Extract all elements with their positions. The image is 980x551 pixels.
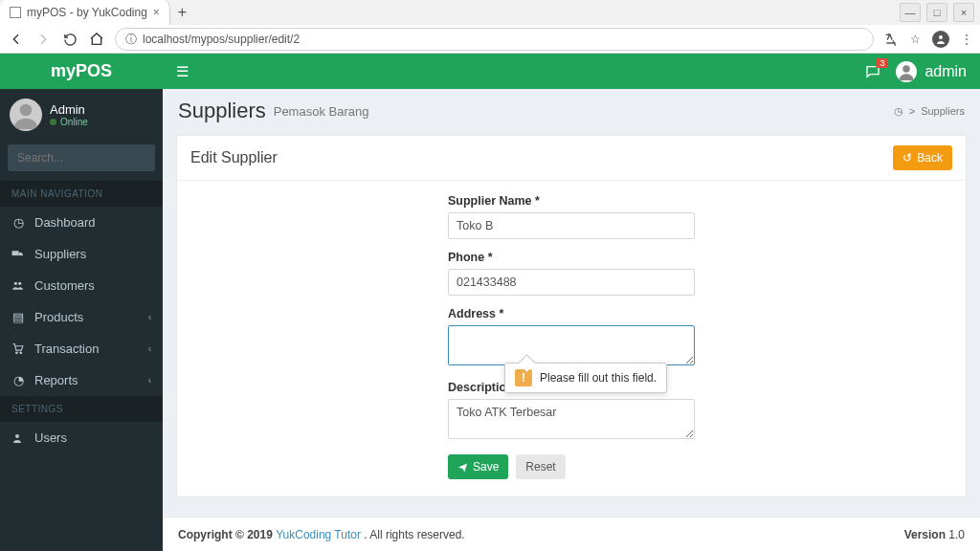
sidebar-item-users[interactable]: Users	[0, 422, 163, 453]
browser-chrome: myPOS - by YukCoding × + — □ × ⓘ	[0, 0, 980, 54]
paper-plane-icon	[457, 462, 468, 473]
user-status-label: Online	[50, 117, 88, 127]
browser-toolbar: ⓘ ☆ ⋮	[0, 25, 980, 54]
footer-copy-prefix: Copyright © 2019	[178, 528, 276, 541]
cart-icon	[11, 342, 25, 355]
topbar-user-label: admin	[924, 63, 967, 80]
description-input[interactable]: Toko ATK Terbesar	[448, 399, 695, 439]
archive-icon: ▤	[11, 310, 25, 324]
footer-link[interactable]: YukCoding Tutor	[276, 528, 361, 541]
supplier-name-input[interactable]	[448, 212, 695, 239]
save-button[interactable]: Save	[448, 454, 508, 479]
svg-point-11	[903, 65, 911, 73]
phone-input[interactable]	[448, 269, 695, 296]
svg-point-4	[13, 255, 15, 257]
minimize-button[interactable]: —	[900, 3, 921, 22]
hamburger-icon[interactable]: ☰	[176, 63, 189, 80]
close-tab-icon[interactable]: ×	[153, 6, 160, 19]
reload-icon[interactable]	[61, 31, 78, 48]
page-icon	[10, 7, 21, 18]
address-label: Address *	[448, 307, 695, 320]
url-input[interactable]	[143, 33, 863, 46]
window-controls: — □ ×	[900, 3, 980, 22]
phone-label: Phone *	[448, 251, 695, 264]
footer-version-value: 1.0	[946, 528, 965, 541]
new-tab-button[interactable]: +	[170, 4, 194, 21]
sidebar-item-label: Dashboard	[34, 215, 96, 230]
undo-icon: ↺	[902, 151, 912, 165]
footer-version-label: Version	[904, 528, 946, 541]
browser-tab-strip: myPOS - by YukCoding × + — □ ×	[0, 0, 980, 25]
profile-icon[interactable]	[932, 31, 949, 48]
address-input[interactable]	[448, 325, 695, 365]
sidebar-item-label: Customers	[34, 278, 95, 293]
breadcrumb-sep: >	[909, 105, 915, 117]
svg-point-0	[939, 35, 943, 39]
sidebar-item-customers[interactable]: Customers	[0, 270, 163, 301]
kebab-menu-icon[interactable]: ⋮	[961, 33, 972, 46]
sidebar-item-reports[interactable]: ◔ Reports ‹	[0, 364, 163, 396]
reset-button[interactable]: Reset	[516, 454, 565, 479]
validation-message: Please fill out this field.	[540, 371, 657, 385]
home-icon[interactable]	[88, 31, 105, 48]
info-icon[interactable]: ⓘ	[125, 32, 137, 48]
back-icon[interactable]	[8, 31, 25, 48]
svg-point-5	[20, 255, 22, 257]
warning-icon: !	[515, 369, 532, 386]
chevron-left-icon: ‹	[148, 343, 151, 354]
avatar	[896, 61, 917, 82]
maximize-button[interactable]: □	[926, 3, 947, 22]
nav-section-settings: SETTINGS	[0, 396, 163, 422]
back-button[interactable]: ↺ Back	[893, 145, 952, 170]
page-title: Suppliers	[178, 99, 266, 123]
sidebar-user-panel: Admin Online	[0, 89, 163, 141]
svg-point-7	[18, 282, 21, 285]
browser-tab-title: myPOS - by YukCoding	[27, 6, 147, 19]
topbar: ☰ 3 admin	[163, 54, 980, 89]
messages-icon[interactable]: 3	[865, 64, 880, 79]
forward-icon[interactable]	[34, 31, 52, 48]
svg-point-6	[14, 282, 17, 285]
sidebar-search-input[interactable]	[8, 144, 170, 171]
avatar[interactable]	[10, 99, 42, 131]
sidebar-item-label: Transaction	[34, 342, 99, 356]
sidebar-search[interactable]	[8, 144, 155, 171]
users-icon	[11, 279, 25, 292]
app: myPOS Admin Online MAIN NAVIGATION ◷ Das…	[0, 54, 980, 551]
footer-copy-suffix: . All rights reserved.	[364, 528, 464, 541]
pie-chart-icon: ◔	[11, 373, 25, 387]
page-subtitle: Pemasok Barang	[274, 104, 369, 119]
close-window-button[interactable]: ×	[953, 3, 974, 22]
chevron-left-icon: ‹	[148, 375, 151, 386]
sidebar-item-products[interactable]: ▤ Products ‹	[0, 301, 163, 333]
translate-icon[interactable]	[883, 32, 899, 47]
sidebar-item-suppliers[interactable]: Suppliers	[0, 238, 163, 270]
user-name-label: Admin	[50, 102, 88, 117]
bookmark-star-icon[interactable]: ☆	[910, 33, 921, 46]
topbar-user[interactable]: admin	[896, 61, 967, 82]
breadcrumb: ◷ > Suppliers	[894, 105, 965, 118]
address-bar[interactable]: ⓘ	[115, 28, 874, 51]
box-title: Edit Supplier	[190, 149, 278, 166]
sidebar-item-dashboard[interactable]: ◷ Dashboard	[0, 207, 163, 238]
footer: Copyright © 2019 YukCoding Tutor . All r…	[163, 517, 980, 551]
brand-logo[interactable]: myPOS	[0, 54, 163, 89]
sidebar-item-transaction[interactable]: Transaction ‹	[0, 333, 163, 364]
sidebar: myPOS Admin Online MAIN NAVIGATION ◷ Das…	[0, 54, 163, 551]
save-button-label: Save	[473, 460, 499, 474]
messages-badge: 3	[876, 58, 888, 68]
form: Supplier Name * Phone * Address * ! Plea…	[177, 181, 966, 496]
dashboard-icon[interactable]: ◷	[894, 105, 903, 118]
svg-point-10	[15, 434, 19, 438]
sidebar-item-label: Suppliers	[34, 247, 86, 261]
speedometer-icon: ◷	[11, 215, 25, 230]
nav-section-main: MAIN NAVIGATION	[0, 181, 163, 207]
sidebar-item-label: Products	[34, 310, 83, 324]
svg-point-8	[16, 352, 18, 354]
sidebar-item-label: Reports	[34, 373, 78, 387]
browser-tab[interactable]: myPOS - by YukCoding ×	[0, 0, 170, 25]
svg-point-1	[20, 104, 33, 117]
truck-icon	[11, 248, 25, 260]
back-button-label: Back	[917, 151, 943, 165]
page-header: Suppliers Pemasok Barang ◷ > Suppliers	[163, 89, 980, 129]
